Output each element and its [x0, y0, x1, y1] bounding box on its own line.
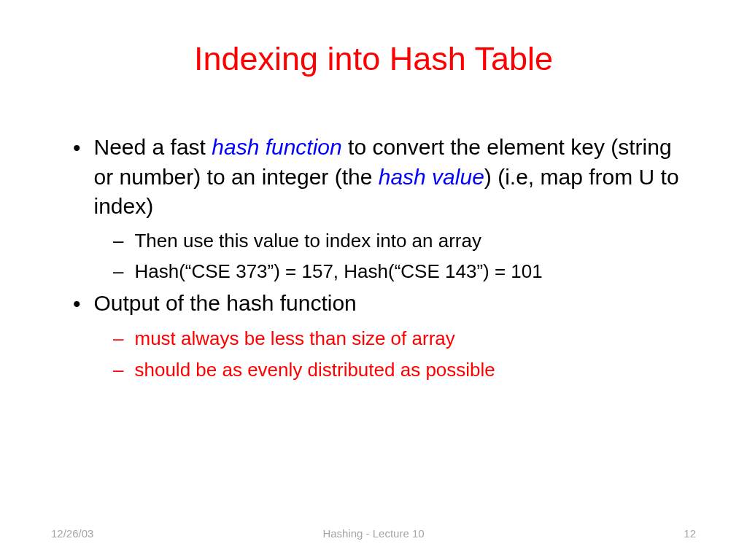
slide-title: Indexing into Hash Table [51, 40, 696, 78]
footer-page-number: 12 [684, 527, 696, 540]
bullet-text: Need a fast hash function to convert the… [94, 133, 696, 222]
bullet-marker: • [73, 289, 81, 319]
bullet-item-1: • Need a fast hash function to convert t… [73, 133, 696, 222]
bullet-text: Output of the hash function [94, 289, 357, 319]
slide-footer: 12/26/03 Hashing - Lecture 10 12 [0, 527, 747, 540]
sub-bullet-item: – Then use this value to index into an a… [113, 228, 696, 254]
sub-bullet-text: must always be less than size of array [134, 325, 454, 351]
bullet-marker: • [73, 133, 81, 163]
sub-bullet-text: Then use this value to index into an arr… [134, 228, 481, 254]
sub-bullet-item: – should be as evenly distributed as pos… [113, 357, 696, 383]
sub-bullet-item: – must always be less than size of array [113, 325, 696, 351]
text-fragment: Need a fast [94, 135, 212, 159]
footer-date: 12/26/03 [51, 527, 93, 540]
sub-bullet-item: – Hash(“CSE 373”) = 157, Hash(“CSE 143”)… [113, 258, 696, 284]
dash-marker: – [113, 325, 123, 351]
slide: Indexing into Hash Table • Need a fast h… [0, 0, 747, 560]
bullet-item-2: • Output of the hash function [73, 289, 696, 319]
term-hash-value: hash value [379, 165, 484, 189]
term-hash-function: hash function [212, 135, 341, 159]
dash-marker: – [113, 258, 123, 284]
sub-bullet-text: should be as evenly distributed as possi… [134, 357, 495, 383]
dash-marker: – [113, 228, 123, 254]
footer-title: Hashing - Lecture 10 [322, 527, 424, 540]
slide-content: • Need a fast hash function to convert t… [51, 133, 696, 524]
sub-bullet-text: Hash(“CSE 373”) = 157, Hash(“CSE 143”) =… [134, 258, 542, 284]
dash-marker: – [113, 357, 123, 383]
